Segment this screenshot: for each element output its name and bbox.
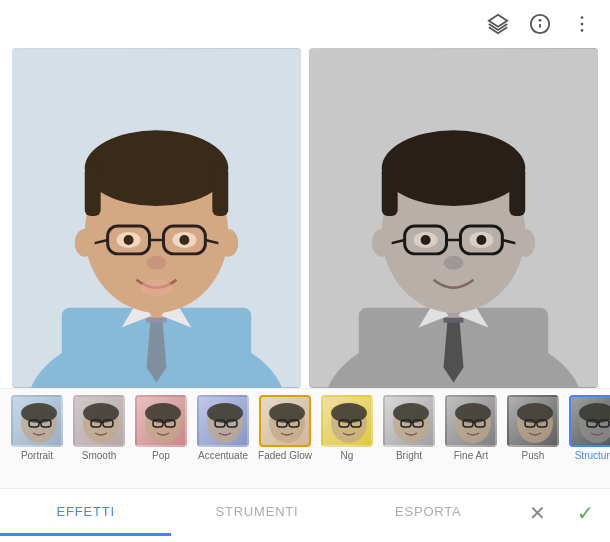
svg-point-41 — [382, 130, 526, 206]
layers-icon[interactable] — [486, 12, 510, 36]
svg-point-27 — [179, 235, 189, 245]
filters-container: Portrait Smooth Pop Accentuate Faded Glo… — [0, 395, 610, 461]
filter-label-accentuate: Accentuate — [198, 450, 248, 461]
svg-point-77 — [269, 403, 305, 423]
filter-item-structure[interactable]: Structure — [566, 395, 610, 461]
filter-thumb-faded-glow — [259, 395, 311, 447]
filter-thumb-ng — [321, 395, 373, 447]
svg-rect-42 — [382, 166, 398, 216]
filter-item-push[interactable]: Push — [504, 395, 562, 461]
filter-label-fine-art: Fine Art — [454, 450, 488, 461]
filter-item-faded-glow[interactable]: Faded Glow — [256, 395, 314, 461]
svg-point-57 — [21, 403, 57, 423]
bottom-tabs-bar: EFFETTISTRUMENTIESPORTA✕✓ — [0, 488, 610, 536]
svg-point-16 — [85, 130, 229, 206]
svg-point-30 — [75, 229, 95, 257]
svg-point-97 — [517, 403, 553, 423]
svg-point-6 — [581, 29, 584, 32]
filter-item-fine-art[interactable]: Fine Art — [442, 395, 500, 461]
filter-thumb-structure — [569, 395, 610, 447]
filtered-photo-panel — [309, 48, 598, 388]
app-header — [0, 0, 610, 48]
more-icon[interactable] — [570, 12, 594, 36]
svg-point-87 — [393, 403, 429, 423]
filter-thumb-fine-art — [445, 395, 497, 447]
svg-rect-18 — [212, 166, 228, 216]
svg-point-31 — [218, 229, 238, 257]
image-comparison-area — [0, 48, 610, 388]
svg-point-28 — [147, 256, 167, 270]
svg-point-5 — [581, 23, 584, 26]
filter-label-bright: Bright — [396, 450, 422, 461]
filter-label-portrait: Portrait — [21, 450, 53, 461]
filter-item-bright[interactable]: Bright — [380, 395, 438, 461]
filter-thumb-accentuate — [197, 395, 249, 447]
filter-thumb-push — [507, 395, 559, 447]
filter-item-pop[interactable]: Pop — [132, 395, 190, 461]
filter-label-ng: Ng — [341, 450, 354, 461]
svg-point-92 — [455, 403, 491, 423]
svg-point-4 — [581, 16, 584, 19]
svg-point-52 — [476, 235, 486, 245]
original-photo-panel — [12, 48, 301, 388]
svg-rect-17 — [85, 166, 101, 216]
filter-thumb-smooth — [73, 395, 125, 447]
svg-point-54 — [372, 229, 392, 257]
svg-point-67 — [145, 403, 181, 423]
filter-thumb-portrait — [11, 395, 63, 447]
filter-item-accentuate[interactable]: Accentuate — [194, 395, 252, 461]
svg-point-53 — [444, 256, 464, 270]
svg-point-51 — [421, 235, 431, 245]
tab-esporta[interactable]: ESPORTA — [343, 489, 514, 536]
header-actions — [486, 12, 594, 36]
svg-point-29 — [141, 280, 173, 296]
filter-label-structure: Structure — [575, 450, 610, 461]
cancel-button[interactable]: ✕ — [514, 489, 562, 536]
svg-rect-43 — [509, 166, 525, 216]
filter-label-pop: Pop — [152, 450, 170, 461]
filter-item-portrait[interactable]: Portrait — [8, 395, 66, 461]
svg-point-62 — [83, 403, 119, 423]
filter-thumb-pop — [135, 395, 187, 447]
filters-strip: Portrait Smooth Pop Accentuate Faded Glo… — [0, 388, 610, 488]
tab-effetti[interactable]: EFFETTI — [0, 489, 171, 536]
svg-point-26 — [124, 235, 134, 245]
svg-point-82 — [331, 403, 367, 423]
filter-item-ng[interactable]: Ng — [318, 395, 376, 461]
filter-thumb-bright — [383, 395, 435, 447]
filter-item-smooth[interactable]: Smooth — [70, 395, 128, 461]
filter-label-faded-glow: Faded Glow — [258, 450, 312, 461]
svg-point-72 — [207, 403, 243, 423]
filter-label-push: Push — [522, 450, 545, 461]
svg-point-55 — [515, 229, 535, 257]
filter-label-smooth: Smooth — [82, 450, 116, 461]
info-icon[interactable] — [528, 12, 552, 36]
tab-strumenti[interactable]: STRUMENTI — [171, 489, 342, 536]
confirm-button[interactable]: ✓ — [562, 489, 610, 536]
